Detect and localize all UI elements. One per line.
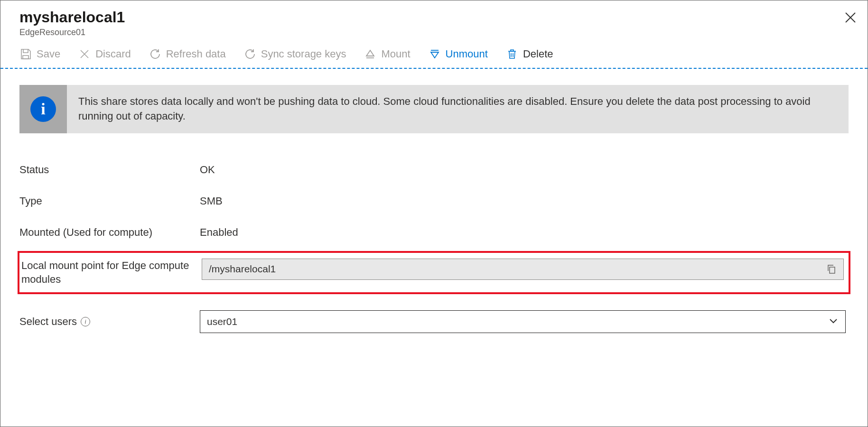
discard-icon — [78, 48, 91, 60]
content-area: i This share stores data locally and won… — [0, 69, 868, 359]
panel-header: mysharelocal1 EdgeResource01 — [0, 0, 868, 41]
mountpoint-label: Local mount point for Edge compute modul… — [21, 259, 202, 287]
unmount-icon — [429, 48, 441, 60]
mount-button[interactable]: Mount — [364, 48, 410, 60]
status-label: Status — [19, 164, 200, 176]
close-button[interactable] — [844, 11, 857, 24]
sync-icon — [244, 48, 256, 60]
refresh-icon — [149, 48, 161, 60]
notice-icon-wrap: i — [19, 85, 67, 133]
unmount-button[interactable]: Unmount — [429, 48, 488, 60]
mountpoint-value: /mysharelocal1 — [209, 263, 826, 275]
type-label: Type — [19, 195, 200, 207]
mounted-label: Mounted (Used for compute) — [19, 226, 200, 239]
refresh-label: Refresh data — [166, 48, 226, 60]
mount-icon — [364, 48, 376, 60]
page-title: mysharelocal1 — [19, 9, 849, 26]
mountpoint-input: /mysharelocal1 — [202, 259, 844, 280]
users-row: Select users i user01 — [19, 297, 849, 343]
close-icon — [844, 11, 857, 24]
page-subtitle: EdgeResource01 — [19, 28, 849, 37]
mountpoint-row: Local mount point for Edge compute modul… — [21, 259, 847, 287]
notice-text: This share stores data locally and won't… — [67, 85, 849, 133]
save-icon — [19, 48, 32, 60]
copy-icon — [826, 264, 837, 274]
delete-icon — [506, 48, 518, 60]
mount-label: Mount — [381, 48, 410, 60]
delete-button[interactable]: Delete — [506, 48, 553, 60]
unmount-label: Unmount — [446, 48, 488, 60]
users-label-text: Select users — [19, 316, 77, 328]
svg-rect-0 — [830, 267, 835, 273]
type-value: SMB — [200, 195, 223, 207]
sync-label: Sync storage keys — [261, 48, 346, 60]
info-icon: i — [30, 96, 56, 122]
discard-button[interactable]: Discard — [78, 48, 131, 60]
mountpoint-highlight: Local mount point for Edge compute modul… — [18, 251, 850, 294]
status-value: OK — [200, 164, 215, 176]
save-button[interactable]: Save — [19, 48, 60, 60]
save-label: Save — [37, 48, 60, 60]
copy-button[interactable] — [826, 264, 837, 274]
mounted-row: Mounted (Used for compute) Enabled — [19, 217, 849, 248]
delete-label: Delete — [523, 48, 553, 60]
status-row: Status OK — [19, 154, 849, 186]
users-label: Select users i — [19, 316, 200, 328]
toolbar: Save Discard Refresh data Sync storage k… — [0, 41, 868, 69]
users-value: user01 — [207, 316, 828, 327]
users-select[interactable]: user01 — [200, 310, 846, 333]
info-circle-icon[interactable]: i — [81, 317, 90, 326]
mounted-value: Enabled — [200, 226, 238, 239]
discard-label: Discard — [95, 48, 131, 60]
type-row: Type SMB — [19, 186, 849, 217]
chevron-down-icon — [828, 316, 839, 328]
sync-button[interactable]: Sync storage keys — [244, 48, 346, 60]
refresh-button[interactable]: Refresh data — [149, 48, 226, 60]
info-notice: i This share stores data locally and won… — [19, 85, 849, 133]
